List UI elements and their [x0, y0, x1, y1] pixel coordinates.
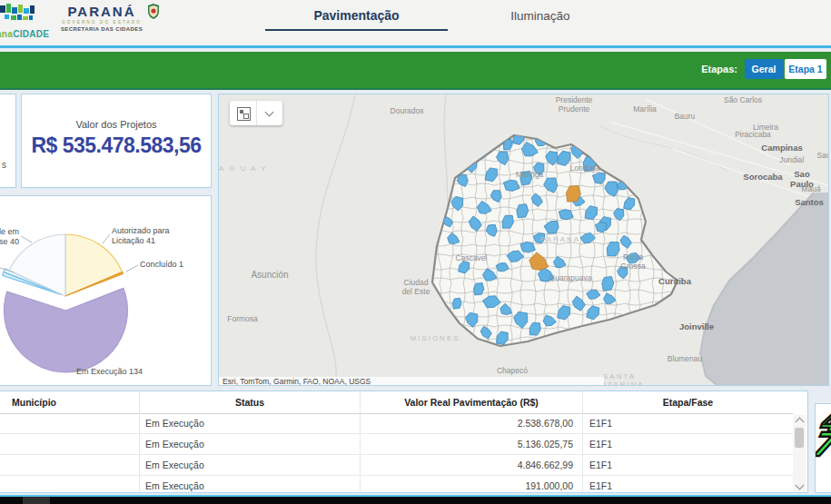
cell-municipio [0, 476, 139, 492]
kpi-green-figure-2: 7 [815, 426, 831, 463]
map-municipality-highlight[interactable] [602, 276, 614, 291]
cell-municipio [0, 434, 139, 454]
chevron-down-icon [265, 108, 274, 117]
table-header: Município Status Valor Real Pavimentação… [0, 391, 793, 414]
etapas-label: Etapas: [701, 64, 737, 74]
bottom-bar-square [23, 497, 50, 504]
header-accent-line [0, 45, 831, 48]
tab-pavimentacao[interactable]: Pavimentação [265, 5, 448, 31]
status-pie-chart[interactable] [0, 196, 211, 385]
col-header-etapa[interactable]: Etapa/Fase [582, 391, 793, 413]
cell-status: Em Execução [139, 434, 360, 454]
main-tabs: Pavimentação Iluminação [0, 0, 831, 45]
parana-map[interactable] [219, 94, 828, 385]
pie-slice-0[interactable] [65, 234, 123, 296]
cell-etapa: E1F1 [582, 455, 793, 475]
basemap-gallery-button[interactable] [230, 101, 257, 125]
map-municipality-highlight[interactable] [474, 283, 484, 295]
cell-municipio [0, 455, 139, 475]
cell-valor: 4.846.662,99 [360, 455, 582, 475]
col-header-municipio[interactable]: Município [0, 391, 139, 413]
col-header-status[interactable]: Status [139, 391, 360, 413]
basemap-control[interactable] [230, 101, 282, 125]
scroll-up-icon[interactable] [795, 418, 804, 427]
cell-etapa: E1F1 [582, 476, 793, 492]
scroll-down-icon[interactable] [795, 481, 804, 490]
kpi-figure-card: 4 7 [815, 403, 831, 493]
basemap-icon [237, 107, 251, 121]
valor-projetos-card: Valor dos Projetos R$ 535.478.583,56 [21, 94, 212, 188]
cell-valor: 2.538.678,00 [360, 413, 582, 433]
map-municipality-highlight[interactable] [596, 222, 607, 232]
valor-projetos-value: R$ 535.478.583,56 [22, 133, 211, 158]
cell-status: Em Execução [139, 455, 360, 475]
projects-table-card: Município Status Valor Real Pavimentação… [0, 390, 808, 493]
etapa-geral-button[interactable]: Geral [745, 59, 783, 79]
dashboard-screen: anaCIDADE PARANÁ GOVERNO DO ESTADO SECRE… [0, 0, 831, 504]
cell-valor: 5.136.025,75 [360, 434, 582, 454]
map-municipality-highlight[interactable] [452, 298, 461, 309]
bottom-bar [0, 497, 831, 504]
map-municipality-highlight[interactable] [520, 172, 532, 185]
table-row[interactable]: Em Execução 5.136.025,75 E1F1 [0, 434, 793, 455]
table-scrollbar[interactable] [793, 415, 806, 492]
status-pie-card: Autorizado para Licitação 41 Concluído 1… [0, 195, 212, 386]
cell-valor: 191.000,00 [360, 476, 582, 492]
table-row[interactable]: Em Execução 4.846.662,99 E1F1 [0, 455, 793, 476]
cell-etapa: E1F1 [582, 434, 793, 454]
map-attribution: Esri, TomTom, Garmin, FAO, NOAA, USGS [219, 377, 604, 386]
map-card: DouradosP A R A G U A YAsunciónFormosaCi… [218, 94, 829, 386]
table-row[interactable]: Em Execução 2.538.678,00 E1F1 [0, 413, 793, 434]
header: anaCIDADE PARANÁ GOVERNO DO ESTADO SECRE… [0, 0, 831, 45]
cell-status: Em Execução [139, 413, 360, 433]
table-row[interactable]: Em Execução 191.000,00 E1F1 [0, 476, 793, 492]
scroll-thumb[interactable] [795, 428, 804, 448]
left-partial-card: s [0, 94, 16, 188]
etapas-bar: Etapas: Geral Etapa 1 [0, 52, 831, 90]
table-body: Em Execução 2.538.678,00 E1F1 Em Execuçã… [0, 413, 793, 492]
map-municipality-highlight[interactable] [517, 204, 529, 218]
cell-municipio [0, 413, 139, 433]
col-header-valor[interactable]: Valor Real Pavimentação (R$) [360, 391, 582, 413]
etapa-1-button[interactable]: Etapa 1 [785, 59, 826, 79]
valor-projetos-title: Valor dos Projetos [22, 119, 211, 130]
pie-slice-2[interactable] [4, 288, 127, 372]
cell-status: Em Execução [139, 476, 360, 492]
tab-iluminacao[interactable]: Iluminação [490, 5, 590, 29]
cell-etapa: E1F1 [582, 413, 793, 433]
partial-card-text: s [2, 160, 6, 170]
